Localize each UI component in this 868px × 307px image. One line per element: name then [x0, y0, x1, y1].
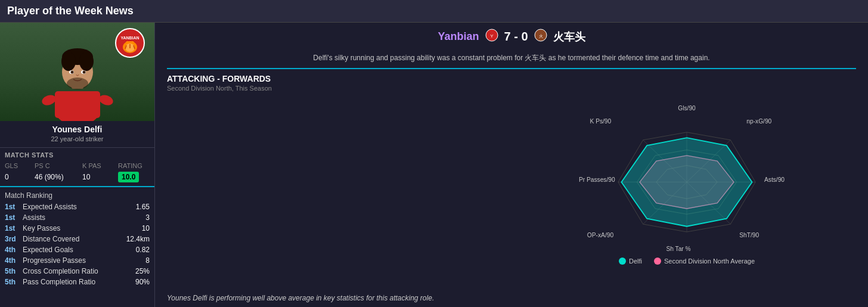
rank-pos-3: 3rd — [5, 235, 23, 243]
rank-label-5: Progressive Passes — [23, 256, 126, 265]
match-header: Yanbian Y 7 - 0 火 火车头 — [155, 23, 868, 51]
rank-pos-2: 1st — [5, 224, 23, 232]
page-title: Player of the Week News — [7, 5, 861, 17]
rank-pos-5: 4th — [5, 256, 23, 265]
radar-chart-container: Gls/90 np-xG/90 Asts/90 ShT/90 Sh Tar % … — [517, 74, 856, 290]
svg-text:YANBIAN: YANBIAN — [120, 36, 139, 40]
home-team-icon: Y — [485, 29, 498, 45]
radar-label-npxg: np-xG/90 — [746, 118, 771, 125]
team-badge: YANBIAN — [114, 27, 145, 60]
stats-headers: GLS PS C K PAS RATING — [0, 161, 154, 170]
header-gls: GLS — [5, 162, 35, 169]
right-panel: Yanbian Y 7 - 0 火 火车头 Delfi's silky runn… — [155, 23, 868, 307]
ranking-row-2: 1st Key Passes 10 — [0, 223, 154, 234]
rank-pos-7: 5th — [5, 278, 23, 286]
teal-divider — [167, 68, 856, 69]
rank-value-5: 8 — [126, 256, 150, 265]
rank-value-7: 90% — [126, 278, 150, 286]
legend-player: Delfi — [619, 258, 642, 265]
svg-point-3 — [97, 93, 114, 107]
radar-label-shtar: Sh Tar % — [666, 245, 690, 252]
radar-label-sht: ShT/90 — [739, 232, 759, 238]
header-rating: RATING — [118, 162, 154, 169]
player-description: 22 year-old striker — [0, 135, 154, 146]
rank-label-2: Key Passes — [23, 224, 126, 232]
rank-value-3: 12.4km — [126, 235, 150, 243]
rank-value-2: 10 — [126, 224, 150, 232]
attacking-subtitle: Second Division North, This Season — [167, 85, 506, 92]
ranking-row-6: 5th Cross Completion Ratio 25% — [0, 266, 154, 277]
header-kpas: K PAS — [82, 162, 118, 169]
rank-label-3: Distance Covered — [23, 235, 126, 243]
rank-value-0: 1.65 — [126, 203, 150, 211]
radar-label-kps: K Ps/90 — [590, 118, 612, 125]
page-container: Player of the Week News — [0, 0, 868, 307]
svg-point-7 — [61, 52, 76, 71]
header-psc: PS C — [35, 162, 82, 169]
rank-label-4: Expected Goals — [23, 246, 126, 254]
player-silhouette — [36, 32, 119, 121]
rank-pos-4: 4th — [5, 246, 23, 254]
rank-label-6: Cross Completion Ratio — [23, 267, 126, 275]
stat-rating: 10.0 — [118, 172, 154, 182]
section-divider — [0, 186, 154, 187]
away-team-icon: 火 — [534, 29, 547, 45]
match-ranking-title: Match Ranking — [0, 190, 154, 201]
rank-value-6: 25% — [126, 267, 150, 275]
rank-value-4: 0.82 — [126, 246, 150, 254]
stats-values: 0 46 (90%) 10 10.0 — [0, 170, 154, 184]
left-panel: YANBIAN Younes Delfi 22 year-old striker — [0, 23, 155, 307]
svg-text:火: 火 — [538, 34, 542, 38]
bottom-text: Younes Delfi is performing well above av… — [155, 290, 868, 307]
ranking-row-0: 1st Expected Assists 1.65 — [0, 201, 154, 212]
svg-point-12 — [82, 71, 85, 74]
away-team-name: 火车头 — [553, 30, 585, 44]
home-team-name: Yanbian — [438, 30, 479, 43]
rank-label-0: Expected Assists — [23, 203, 126, 211]
svg-point-8 — [79, 52, 94, 71]
rank-pos-0: 1st — [5, 203, 23, 211]
main-content: ATTACKING - FORWARDS Second Division Nor… — [155, 74, 868, 290]
legend-player-label: Delfi — [629, 258, 642, 265]
content-area: YANBIAN Younes Delfi 22 year-old striker — [0, 23, 868, 307]
match-score: 7 - 0 — [504, 30, 528, 44]
svg-point-2 — [40, 93, 57, 107]
ranking-row-1: 1st Assists 3 — [0, 212, 154, 223]
radar-chart: Gls/90 np-xG/90 Asts/90 ShT/90 Sh Tar % … — [574, 100, 800, 255]
match-description: Delfi's silky running and passing abilit… — [155, 51, 868, 68]
svg-rect-1 — [55, 91, 100, 118]
legend-dot-player — [619, 258, 626, 265]
ranking-row-5: 4th Progressive Passes 8 — [0, 255, 154, 266]
radar-player — [621, 138, 752, 227]
page-header: Player of the Week News — [0, 0, 868, 23]
stats-section: ATTACKING - FORWARDS Second Division Nor… — [167, 74, 506, 290]
rank-value-1: 3 — [126, 213, 150, 222]
player-name: Younes Delfi — [0, 121, 154, 135]
svg-point-13 — [67, 77, 88, 89]
stat-psc: 46 (90%) — [35, 173, 82, 181]
radar-label-gls: Gls/90 — [678, 104, 696, 111]
ranking-row-4: 4th Expected Goals 0.82 — [0, 244, 154, 255]
radar-label-opxa: OP-xA/90 — [587, 232, 614, 238]
radar-label-asts: Asts/90 — [764, 176, 785, 183]
legend-average: Second Division North Average — [654, 258, 755, 265]
stat-gls: 0 — [5, 173, 35, 181]
ranking-row-3: 3rd Distance Covered 12.4km — [0, 234, 154, 244]
svg-point-11 — [70, 71, 73, 74]
rank-pos-6: 5th — [5, 267, 23, 275]
divider-1 — [0, 147, 154, 148]
radar-legend: Delfi Second Division North Average — [619, 258, 755, 265]
rank-label-1: Assists — [23, 213, 126, 222]
rating-badge: 10.0 — [118, 172, 139, 182]
legend-dot-average — [654, 258, 661, 265]
match-stats-title: MATCH STATS — [0, 149, 154, 161]
svg-text:Y: Y — [490, 33, 494, 39]
attacking-title: ATTACKING - FORWARDS — [167, 74, 506, 83]
rank-label-7: Pass Completion Ratio — [23, 278, 126, 286]
ranking-row-7: 5th Pass Completion Ratio 90% — [0, 277, 154, 287]
stat-kpas: 10 — [82, 173, 118, 181]
radar-label-prpasses: Pr Passes/90 — [579, 176, 615, 183]
legend-average-label: Second Division North Average — [664, 258, 755, 265]
player-photo-area: YANBIAN — [0, 23, 154, 121]
rank-pos-1: 1st — [5, 213, 23, 222]
